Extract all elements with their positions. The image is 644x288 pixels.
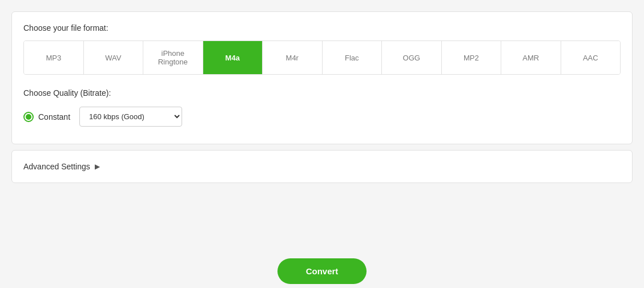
radio-button-inner: [26, 114, 31, 120]
page-container: Choose your file format: MP3WAViPhone Ri…: [6, 6, 638, 288]
format-tab-ogg[interactable]: OGG: [382, 41, 442, 74]
format-tab-wav[interactable]: WAV: [84, 41, 144, 74]
chevron-right-icon: ▶: [95, 163, 100, 171]
constant-label: Constant: [38, 112, 70, 121]
quality-section-label: Choose Quality (Bitrate):: [23, 88, 621, 98]
advanced-settings-label: Advanced Settings: [23, 162, 90, 171]
bitrate-select[interactable]: 64 kbps (Small)96 kbps (Good)128 kbps (B…: [79, 107, 182, 127]
bottom-area: Convert: [6, 248, 638, 288]
format-section-label: Choose your file format:: [23, 23, 621, 33]
format-tab-m4r[interactable]: M4r: [263, 41, 323, 74]
advanced-settings-card: Advanced Settings ▶: [11, 150, 633, 183]
quality-row: Constant 64 kbps (Small)96 kbps (Good)12…: [23, 107, 621, 127]
convert-button[interactable]: Convert: [277, 258, 367, 284]
format-tab-flac[interactable]: Flac: [323, 41, 383, 74]
format-tab-aac[interactable]: AAC: [561, 41, 621, 74]
format-tab-mp2[interactable]: MP2: [442, 41, 502, 74]
format-tab-m4a[interactable]: M4a: [203, 41, 263, 74]
radio-button-outer: [23, 112, 34, 122]
format-tabs: MP3WAViPhone RingtoneM4aM4rFlacOGGMP2AMR…: [23, 40, 621, 75]
format-tab-mp3[interactable]: MP3: [24, 41, 84, 74]
quality-section: Choose Quality (Bitrate): Constant 64 kb…: [23, 88, 621, 127]
format-tab-amr[interactable]: AMR: [501, 41, 561, 74]
format-card: Choose your file format: MP3WAViPhone Ri…: [11, 11, 633, 144]
format-tab-iphone-ringtone[interactable]: iPhone Ringtone: [143, 41, 203, 74]
advanced-settings-toggle[interactable]: Advanced Settings ▶: [23, 162, 621, 171]
constant-radio-label[interactable]: Constant: [23, 112, 70, 122]
